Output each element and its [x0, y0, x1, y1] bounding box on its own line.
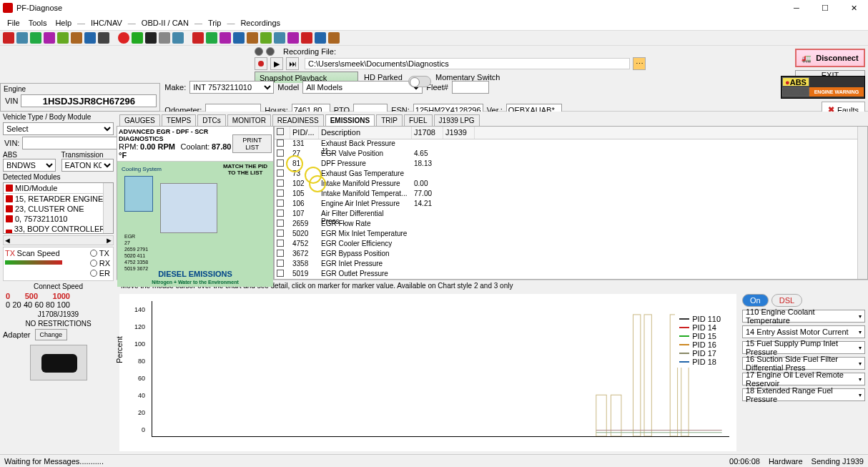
row-checkbox[interactable]	[277, 220, 284, 227]
disconnect-button[interactable]: 🚛 Disconnect	[795, 49, 865, 67]
model-select[interactable]: All Models	[302, 81, 423, 94]
table-row[interactable]: 5020EGR Mix Inlet Temperature	[275, 230, 867, 240]
tab-fuel[interactable]: FUEL	[404, 114, 433, 126]
on-toggle[interactable]: On	[742, 294, 769, 307]
make-select[interactable]: INT 7573211010	[189, 81, 274, 94]
fleet-input[interactable]	[452, 81, 489, 94]
row-checkbox[interactable]	[277, 139, 284, 147]
table-row[interactable]: 106Engine Air Inlet Pressure14.21	[275, 200, 867, 210]
record-icon[interactable]	[118, 32, 129, 44]
tool-icon-7[interactable]	[84, 32, 96, 44]
table-row[interactable]: 107Air Filter Differential Press...	[275, 210, 867, 220]
table-row[interactable]: 105Intake Manifold Temperat...77.00	[275, 190, 867, 200]
table-row[interactable]: 2659EGR Flow Rate	[275, 220, 867, 230]
tab-emissions[interactable]: EMISSIONS	[325, 114, 375, 127]
minimize-button[interactable]: ─	[785, 1, 808, 15]
row-checkbox[interactable]	[277, 270, 284, 277]
tab-gauges[interactable]: GAUGES	[119, 114, 160, 126]
play-button[interactable]: ▶	[270, 57, 283, 70]
play-icon[interactable]	[132, 32, 143, 44]
tool-icon-24[interactable]	[328, 32, 340, 44]
rec-button[interactable]	[255, 57, 267, 70]
module-list[interactable]: MID/Module 15, RETARDER ENGINE 23, CLUST…	[3, 182, 114, 234]
tab-j1939lpg[interactable]: J1939 LPG	[434, 114, 480, 126]
rx-radio[interactable]	[90, 260, 97, 267]
skip-button[interactable]: ⏭	[286, 57, 299, 70]
pid-dd-18[interactable]: 18 Extended Range Fuel Pressure▾	[742, 388, 865, 401]
tx-radio[interactable]	[90, 250, 97, 257]
row-checkbox[interactable]	[277, 159, 284, 167]
pid-dd-16[interactable]: 16 Suction Side Fuel Filter Differential…	[742, 357, 865, 370]
maximize-button[interactable]: ☐	[814, 1, 837, 15]
recording-file-path[interactable]: C:\Users\smeek\Documents\Diagnostics	[305, 58, 630, 69]
tab-readiness[interactable]: READINESS	[272, 114, 324, 126]
vehicle-type-select[interactable]: Select	[3, 122, 114, 135]
tool-icon-13[interactable]	[172, 32, 184, 44]
menu-file[interactable]: File	[4, 17, 23, 29]
tool-icon-6[interactable]	[71, 32, 82, 44]
tool-icon-19[interactable]	[260, 32, 272, 44]
tool-icon-14[interactable]	[192, 32, 204, 44]
menu-trip[interactable]: Trip	[205, 17, 225, 29]
table-scrollbar[interactable]	[857, 127, 867, 279]
menu-obd[interactable]: OBD-II / CAN	[139, 17, 192, 29]
browse-button[interactable]: ⋯	[633, 57, 646, 70]
table-row[interactable]: 102Intake Manifold Pressure0.00	[275, 180, 867, 190]
row-checkbox[interactable]	[277, 190, 284, 197]
tool-icon-23[interactable]	[315, 32, 326, 44]
row-checkbox[interactable]	[277, 210, 284, 217]
change-button[interactable]: Change	[35, 329, 68, 340]
pid-dd-15[interactable]: 15 Fuel Supply Pump Inlet Pressure▾	[742, 341, 865, 354]
tool-icon-20[interactable]	[274, 32, 285, 44]
pid-dd-110[interactable]: 110 Engine Coolant Temperature▾	[742, 310, 865, 323]
table-row[interactable]: 3358EGR Inlet Pressure	[275, 260, 867, 270]
menu-help[interactable]: Help	[52, 17, 74, 29]
vin-input-2[interactable]	[22, 137, 125, 149]
tool-icon-12[interactable]	[159, 32, 170, 44]
tab-dtcs[interactable]: DTCs	[197, 114, 226, 126]
stop-icon[interactable]	[145, 32, 157, 44]
tool-icon-5[interactable]	[57, 32, 69, 44]
tab-monitor[interactable]: MONITOR	[227, 114, 271, 126]
abs-select[interactable]: BNDWS	[3, 159, 56, 172]
table-row[interactable]: 3672EGR Bypass Position	[275, 250, 867, 260]
dsl-toggle[interactable]: DSL	[771, 294, 802, 307]
row-checkbox[interactable]	[277, 250, 284, 257]
menu-recordings[interactable]: Recordings	[237, 17, 283, 29]
tool-icon-18[interactable]	[247, 32, 258, 44]
chart-canvas[interactable]: Percent 020406080100120140	[119, 294, 736, 451]
vin-input[interactable]	[21, 94, 157, 107]
row-checkbox[interactable]	[277, 230, 284, 237]
scrollbar-h[interactable]: ◄►	[3, 235, 114, 245]
tool-icon-4[interactable]	[44, 32, 55, 44]
tool-icon-2[interactable]	[16, 32, 28, 44]
parked-toggle[interactable]	[408, 76, 431, 87]
pid-dd-17[interactable]: 17 Engine Oil Level Remote Reservoir▾	[742, 373, 865, 385]
tool-icon-22[interactable]	[301, 32, 312, 44]
menu-ihcnav[interactable]: IHC/NAV	[88, 17, 125, 29]
tool-icon-1[interactable]	[3, 32, 14, 44]
tab-trip[interactable]: TRIP	[376, 114, 403, 126]
row-checkbox[interactable]	[277, 149, 284, 157]
tool-icon-21[interactable]	[287, 32, 299, 44]
row-checkbox[interactable]	[277, 169, 284, 177]
er-radio[interactable]	[90, 270, 97, 277]
row-checkbox[interactable]	[277, 240, 284, 247]
close-button[interactable]: ✕	[842, 1, 865, 15]
scrollbar-v[interactable]	[103, 183, 113, 233]
module-row[interactable]: 23, CLUSTER ONE	[15, 205, 84, 213]
module-row[interactable]: 15, RETARDER ENGINE	[15, 195, 103, 203]
tool-icon-8[interactable]	[98, 32, 109, 44]
row-checkbox[interactable]	[277, 260, 284, 267]
tool-icon-3[interactable]	[30, 32, 41, 44]
pid-dd-14[interactable]: 14 Entry Assist Motor Current▾	[742, 325, 865, 338]
module-row[interactable]: 0, 7573211010	[15, 215, 67, 223]
row-checkbox[interactable]	[277, 200, 284, 207]
table-row[interactable]: 81DPF Pressure18.13	[275, 159, 867, 169]
header-checkbox[interactable]	[277, 128, 284, 135]
table-row[interactable]: 27EGR Valve Position4.65	[275, 149, 867, 159]
table-row[interactable]: 4752EGR Cooler Efficiency	[275, 240, 867, 250]
table-row[interactable]: 5019EGR Outlet Pressure	[275, 270, 867, 280]
tab-temps[interactable]: TEMPS	[162, 114, 196, 126]
table-row[interactable]: 73Exhaust Gas Temperature	[275, 169, 867, 180]
